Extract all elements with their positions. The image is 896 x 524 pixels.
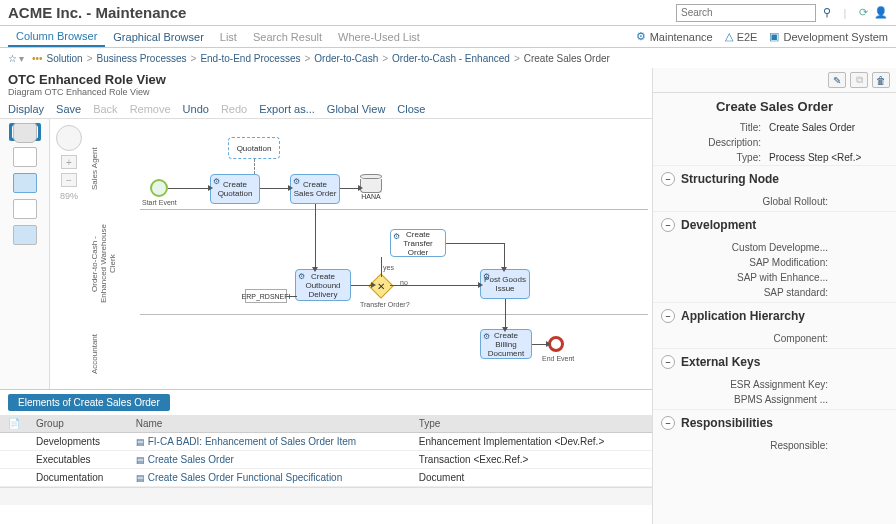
start-event-label: Start Event: [142, 199, 177, 206]
collapse-icon[interactable]: –: [661, 309, 675, 323]
tool-task[interactable]: [13, 173, 37, 193]
gear-icon: ⚙: [483, 332, 490, 341]
bc-solution[interactable]: Solution: [47, 53, 83, 64]
doc-icon: ▤: [136, 437, 145, 447]
lane-warehouse: Order-to-Cash - Enhanced Warehouse Clerk: [90, 219, 117, 309]
tb-remove[interactable]: Remove: [130, 103, 171, 115]
prop-sap-mod: SAP Modification:: [681, 255, 888, 270]
link-maintenance[interactable]: ⚙Maintenance: [636, 30, 713, 43]
prop-type: Process Step <Ref.>: [769, 152, 888, 163]
elements-table: 📄 Group Name Type Developments▤FI-CA BAD…: [0, 415, 652, 487]
node-hana[interactable]: HANA: [360, 174, 382, 200]
tool-datastore[interactable]: [13, 123, 37, 143]
node-create-transfer-order[interactable]: ⚙Create Transfer Order: [390, 229, 446, 257]
section-development[interactable]: –Development: [653, 211, 896, 238]
elements-tab[interactable]: Elements of Create Sales Order: [8, 394, 170, 411]
section-structuring[interactable]: –Structuring Node: [653, 165, 896, 192]
node-create-billing[interactable]: ⚙Create Billing Document: [480, 329, 532, 359]
prop-custom-dev: Custom Developme...: [681, 240, 888, 255]
tb-redo[interactable]: Redo: [221, 103, 247, 115]
bc-otc[interactable]: Order-to-Cash: [314, 53, 378, 64]
zoom-in-button[interactable]: +: [61, 155, 77, 169]
view-title: OTC Enhanced Role View: [0, 68, 652, 87]
breadcrumb: ☆▾ ••• Solution> Business Processes> End…: [0, 48, 896, 68]
tb-display[interactable]: Display: [8, 103, 44, 115]
prop-responsible: Responsible:: [681, 438, 888, 453]
end-event-label: End Event: [542, 355, 574, 362]
col-icon[interactable]: 📄: [0, 415, 28, 433]
tb-back[interactable]: Back: [93, 103, 117, 115]
tool-doc[interactable]: [13, 199, 37, 219]
link-dev-system[interactable]: ▣Development System: [769, 30, 888, 43]
tool-screen[interactable]: [13, 225, 37, 245]
edit-button[interactable]: ✎: [828, 72, 846, 88]
prop-desc: [769, 137, 888, 148]
node-erp[interactable]: ERP_RDSNEFI: [245, 289, 287, 303]
tb-undo[interactable]: Undo: [183, 103, 209, 115]
gear-icon: ⚙: [293, 177, 300, 186]
search-icon[interactable]: ⚲: [820, 6, 834, 20]
tb-export[interactable]: Export as...: [259, 103, 315, 115]
table-row[interactable]: Executables▤Create Sales OrderTransactio…: [0, 451, 652, 469]
diagram-canvas[interactable]: Sales Agent Order-to-Cash - Enhanced War…: [90, 119, 652, 389]
prop-sap-std: SAP standard:: [681, 285, 888, 300]
refresh-icon[interactable]: ⟳: [856, 6, 870, 20]
bc-otc-enh[interactable]: Order-to-Cash - Enhanced: [392, 53, 510, 64]
prop-global-rollout: Global Rollout:: [681, 194, 888, 209]
search-input[interactable]: [676, 4, 816, 22]
section-responsibilities[interactable]: –Responsibilities: [653, 409, 896, 436]
tab-graphical-browser[interactable]: Graphical Browser: [105, 28, 211, 46]
zoom-level: 89%: [60, 191, 78, 201]
tb-global-view[interactable]: Global View: [327, 103, 386, 115]
node-create-outbound[interactable]: ⚙Create Outbound Delivery: [295, 269, 351, 301]
tab-where-used[interactable]: Where-Used List: [330, 28, 428, 46]
zoom-out-button[interactable]: −: [61, 173, 77, 187]
label-yes: yes: [383, 264, 394, 271]
doc-icon: ▤: [136, 455, 145, 465]
gear-icon: ⚙: [213, 177, 220, 186]
bc-bp[interactable]: Business Processes: [97, 53, 187, 64]
gear-icon: ⚙: [393, 232, 400, 241]
col-group[interactable]: Group: [28, 415, 128, 433]
tab-search-result[interactable]: Search Result: [245, 28, 330, 46]
delete-button[interactable]: 🗑: [872, 72, 890, 88]
doc-icon: ▤: [136, 473, 145, 483]
start-event[interactable]: [150, 179, 168, 197]
lane-accountant: Accountant: [90, 329, 99, 379]
node-quotation[interactable]: Quotation: [228, 137, 280, 159]
collapse-icon[interactable]: –: [661, 172, 675, 186]
node-create-sales-order[interactable]: ⚙Create Sales Order: [290, 174, 340, 204]
node-post-goods[interactable]: ⚙Post Goods Issue: [480, 269, 530, 299]
collapse-icon[interactable]: –: [661, 218, 675, 232]
link-e2e[interactable]: △E2E: [725, 30, 758, 43]
user-icon[interactable]: 👤: [874, 6, 888, 20]
prop-title: Create Sales Order: [769, 122, 888, 133]
table-row[interactable]: Documentation▤Create Sales Order Functio…: [0, 469, 652, 487]
star-icon[interactable]: ☆: [8, 53, 17, 64]
node-create-quotation[interactable]: ⚙Create Quotation: [210, 174, 260, 204]
section-external-keys[interactable]: –External Keys: [653, 348, 896, 375]
palette: [0, 119, 50, 389]
tb-close[interactable]: Close: [397, 103, 425, 115]
pan-control[interactable]: [56, 125, 82, 151]
bc-marker-icon: •••: [32, 53, 43, 64]
tab-column-browser[interactable]: Column Browser: [8, 27, 105, 47]
collapse-icon[interactable]: –: [661, 416, 675, 430]
prop-component: Component:: [681, 331, 888, 346]
bc-e2e[interactable]: End-to-End Processes: [200, 53, 300, 64]
tool-rect[interactable]: [13, 147, 37, 167]
gateway-label: Transfer Order?: [360, 301, 410, 308]
col-name[interactable]: Name: [128, 415, 411, 433]
table-row[interactable]: Developments▤FI-CA BADI: Enhancement of …: [0, 433, 652, 451]
lane-sales: Sales Agent: [90, 139, 99, 199]
gear-icon: ⚙: [298, 272, 305, 281]
prop-sap-enh: SAP with Enhance...: [681, 270, 888, 285]
copy-button[interactable]: ⧉: [850, 72, 868, 88]
section-app-hierarchy[interactable]: –Application Hierarchy: [653, 302, 896, 329]
collapse-icon[interactable]: –: [661, 355, 675, 369]
tab-list[interactable]: List: [212, 28, 245, 46]
tb-save[interactable]: Save: [56, 103, 81, 115]
detail-title: Create Sales Order: [653, 93, 896, 120]
bc-current: Create Sales Order: [524, 53, 610, 64]
col-type[interactable]: Type: [411, 415, 652, 433]
